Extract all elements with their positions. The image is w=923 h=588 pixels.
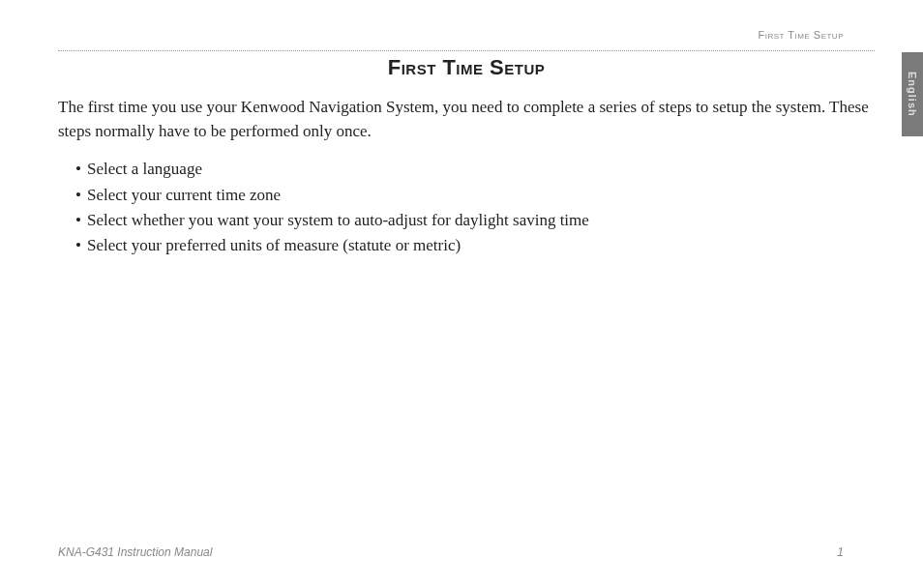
- page-footer: KNA-G431 Instruction Manual 1: [58, 545, 875, 559]
- language-tab-english[interactable]: English: [902, 52, 923, 136]
- list-item: Select whether you want your system to a…: [75, 208, 875, 233]
- list-item: Select your current time zone: [75, 183, 875, 208]
- footer-manual-name: KNA-G431 Instruction Manual: [58, 545, 212, 559]
- footer-page-number: 1: [837, 545, 875, 559]
- setup-steps-list: Select a language Select your current ti…: [58, 157, 875, 258]
- section-label-header: First Time Setup: [58, 29, 875, 41]
- header-divider: [58, 50, 875, 51]
- page-container: First Time Setup First Time Setup The fi…: [0, 0, 923, 588]
- intro-paragraph: The first time you use your Kenwood Navi…: [58, 96, 875, 143]
- list-item: Select a language: [75, 157, 875, 182]
- list-item: Select your preferred units of measure (…: [75, 233, 875, 258]
- page-title: First Time Setup: [58, 55, 875, 80]
